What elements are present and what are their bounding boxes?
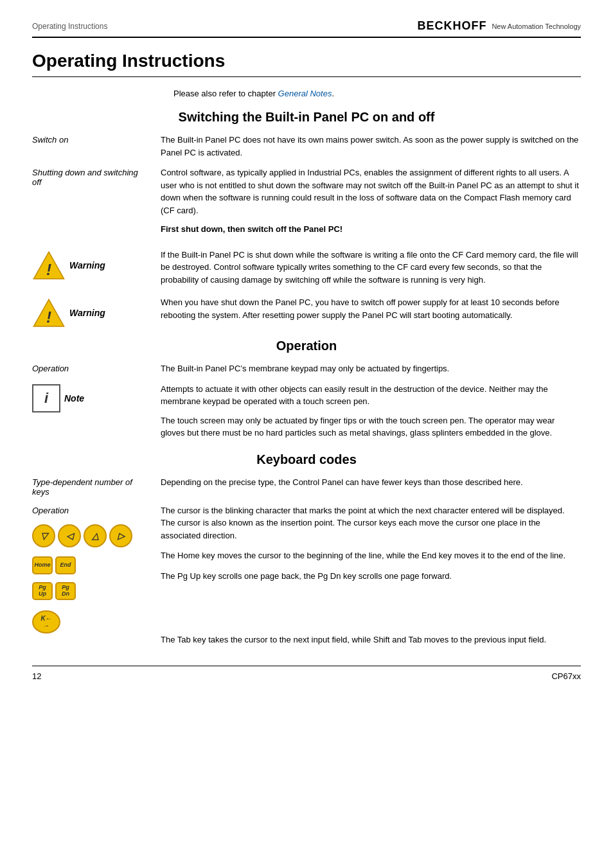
beckhoff-tagline: New Automation Technology (492, 22, 581, 30)
warning2-icon-area: ! Warning (32, 296, 161, 328)
switch-on-label: Switch on (32, 134, 161, 159)
shutting-content: Control software, as typically applied i… (161, 166, 581, 241)
warning2-row: ! Warning When you have shut down the Pa… (32, 296, 581, 328)
keys-area: ▽ ◁ △ ▷ Home End Pg Up Pg Dn K← → (32, 524, 148, 633)
cursor-row: Operation ▽ ◁ △ ▷ Home End Pg Up Pg Dn (32, 504, 581, 646)
right-key[interactable]: ▷ (109, 524, 132, 547)
home-key[interactable]: Home (32, 556, 53, 574)
type-label: Type-dependent number of keys (32, 476, 161, 497)
left-key[interactable]: ◁ (58, 524, 81, 547)
section1-heading: Switching the Built-in Panel PC on and o… (32, 110, 581, 125)
warning1-text: If the Built-in Panel PC is shut down wh… (161, 249, 581, 287)
home-end-text: The Home key moves the cursor to the beg… (161, 549, 581, 562)
warning2-label: Warning (69, 308, 105, 318)
intro-line: Please also refer to chapter General Not… (173, 89, 581, 98)
page-title: Operating Instructions (32, 51, 581, 77)
warning1-label: Warning (69, 260, 105, 270)
beckhoff-logo: BECKHOFF (417, 19, 486, 33)
pgupdn-row: Pg Up Pg Dn (32, 582, 148, 600)
shutting-text: Control software, as typically applied i… (161, 166, 581, 217)
note-box-icon: i (32, 384, 60, 412)
shutting-label: Shutting down and switching off (32, 166, 161, 241)
header-title: Operating Instructions (32, 22, 107, 31)
note-label: Note (64, 393, 84, 403)
home-end-row: Home End (32, 556, 148, 574)
shutting-row: Shutting down and switching off Control … (32, 166, 581, 241)
warning-triangle-icon: ! (32, 250, 66, 281)
note-row: i Note Attempts to actuate it with other… (32, 383, 581, 439)
note-text2: The touch screen may only be actuated by… (161, 414, 581, 439)
cursor-text: The cursor is the blinking character tha… (161, 504, 581, 542)
footer: 12 CP67xx (32, 666, 581, 681)
down-key[interactable]: ▽ (32, 524, 55, 547)
tab-key[interactable]: K← → (32, 610, 60, 633)
page-number: 12 (32, 671, 41, 681)
product-code: CP67xx (551, 671, 581, 681)
header: Operating Instructions BECKHOFF New Auto… (32, 19, 581, 38)
up-key[interactable]: △ (84, 524, 107, 547)
type-text: Depending on the precise type, the Contr… (161, 476, 581, 497)
cursor-content: The cursor is the blinking character tha… (161, 504, 581, 646)
type-row: Type-dependent number of keys Depending … (32, 476, 581, 497)
header-brand: BECKHOFF New Automation Technology (417, 19, 581, 33)
note-text1: Attempts to actuate it with other object… (161, 383, 581, 408)
operation-label: Operation (32, 362, 161, 375)
warning1-icon-area: ! Warning (32, 249, 161, 287)
general-notes-link[interactable]: General Notes (278, 89, 332, 98)
arrow-keys-row: ▽ ◁ △ ▷ (32, 524, 148, 547)
svg-text:!: ! (46, 260, 51, 278)
operation-text: The Built-in Panel PC’s membrane keypad … (161, 362, 581, 375)
pgdn-key[interactable]: Pg Dn (55, 582, 76, 600)
tab-key-area: K← → (32, 610, 148, 633)
tab-text: The Tab key takes the cursor to the next… (161, 633, 581, 646)
note-content: Attempts to actuate it with other object… (161, 383, 581, 439)
warning2-icon: ! Warning (32, 297, 148, 328)
note-icon: i Note (32, 384, 148, 412)
svg-text:!: ! (46, 308, 51, 326)
note-icon-area: i Note (32, 383, 161, 439)
section2-heading: Operation (32, 339, 581, 353)
warning2-triangle-icon: ! (32, 297, 66, 328)
section3-heading: Keyboard codes (32, 452, 581, 467)
pgupdn-text: The Pg Up key scrolls one page back, the… (161, 570, 581, 583)
page: Operating Instructions BECKHOFF New Auto… (0, 0, 613, 707)
pgup-key[interactable]: Pg Up (32, 582, 53, 600)
end-key[interactable]: End (55, 556, 76, 574)
intro-text: Please also refer to chapter (173, 89, 278, 98)
switch-on-text: The Built-in Panel PC does not have its … (161, 134, 581, 159)
warning1-icon: ! Warning (32, 250, 148, 281)
cursor-op-label: Operation ▽ ◁ △ ▷ Home End Pg Up Pg Dn (32, 504, 161, 646)
bold-instruction: First shut down, then switch off the Pan… (161, 223, 581, 236)
warning1-row: ! Warning If the Built-in Panel PC is sh… (32, 249, 581, 287)
switch-on-row: Switch on The Built-in Panel PC does not… (32, 134, 581, 159)
operation-row: Operation The Built-in Panel PC’s membra… (32, 362, 581, 375)
warning2-text: When you have shut down the Panel PC, yo… (161, 296, 581, 328)
